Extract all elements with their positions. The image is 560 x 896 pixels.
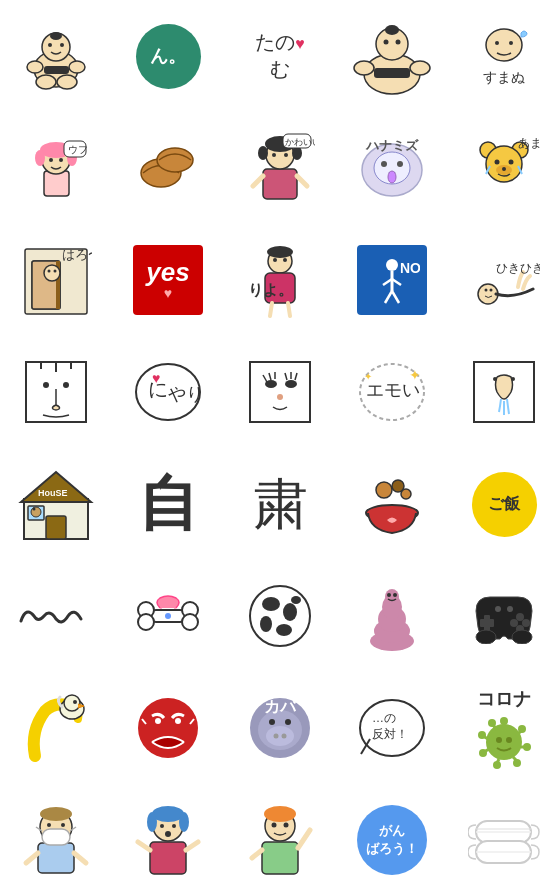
svg-point-125	[138, 614, 154, 630]
svg-point-35	[258, 146, 268, 160]
ryo-svg: りよ。	[245, 243, 315, 318]
sticker-girl-pink[interactable]: ウフフ	[0, 112, 112, 224]
sticker-cookies[interactable]	[112, 112, 224, 224]
svg-point-206	[172, 824, 176, 828]
sticker-no-box[interactable]: NO!	[336, 224, 448, 336]
svg-point-119	[376, 482, 392, 498]
sticker-pet-bowl[interactable]	[336, 448, 448, 560]
svg-text:HouSE: HouSE	[38, 488, 68, 498]
svg-point-197	[61, 823, 65, 827]
cow-circle-svg	[246, 582, 314, 650]
face3-svg	[469, 357, 539, 427]
svg-rect-95	[250, 362, 310, 422]
svg-point-128	[165, 613, 171, 619]
sticker-girl-kawaii[interactable]: かわいい	[224, 112, 336, 224]
sticker-masked-person[interactable]	[0, 784, 112, 896]
sticker-cow-circle[interactable]	[224, 560, 336, 672]
korona-text: コロナ	[477, 687, 531, 711]
sticker-face2[interactable]	[224, 336, 336, 448]
sticker-blue-hair-girl[interactable]	[112, 784, 224, 896]
sticker-yes-box[interactable]: yes ♥	[112, 224, 224, 336]
sticker-face1[interactable]	[0, 336, 112, 448]
svg-point-19	[495, 41, 499, 45]
sticker-mask-icon[interactable]	[448, 784, 560, 896]
svg-point-139	[385, 589, 399, 605]
sticker-ganbarou[interactable]: がんばろう！	[336, 784, 448, 896]
gamepad-svg	[468, 589, 540, 644]
sticker-bear-girl[interactable]: あまい	[448, 112, 560, 224]
sticker-sumo-sitting[interactable]	[0, 0, 112, 112]
svg-point-121	[401, 489, 411, 499]
sticker-niyari[interactable]: に ♥ やり	[112, 336, 224, 448]
sticker-chat-green[interactable]: ん。	[112, 0, 224, 112]
hippo-bubble-svg: カバ	[244, 692, 316, 764]
svg-point-151	[512, 630, 532, 644]
svg-point-18	[486, 29, 522, 61]
svg-point-6	[60, 43, 64, 47]
sticker-ryo[interactable]: りよ。	[224, 224, 336, 336]
svg-point-156	[155, 718, 161, 724]
svg-point-82	[485, 289, 488, 292]
sticker-gohan[interactable]: ご飯	[448, 448, 560, 560]
sticker-cursive[interactable]	[0, 560, 112, 672]
sticker-bone[interactable]	[112, 560, 224, 672]
chat-bubble-text: ん。	[150, 44, 186, 68]
sticker-large-sumo[interactable]	[336, 0, 448, 112]
svg-point-52	[495, 160, 500, 165]
svg-text:りよ。: りよ。	[248, 281, 293, 298]
svg-point-149	[507, 606, 513, 612]
svg-point-157	[175, 718, 181, 724]
sticker-emoi[interactable]: エモい ✦ ✦	[336, 336, 448, 448]
sticker-face3[interactable]	[448, 336, 560, 448]
svg-point-153	[64, 695, 80, 711]
svg-point-27	[59, 158, 63, 162]
sticker-poop[interactable]	[336, 560, 448, 672]
bone-svg	[132, 586, 204, 646]
mask-icon-svg	[468, 813, 540, 868]
svg-point-99	[265, 380, 277, 388]
svg-rect-143	[480, 619, 494, 627]
sticker-korona[interactable]: コロナ	[448, 672, 560, 784]
svg-point-162	[266, 726, 294, 746]
svg-point-196	[47, 823, 51, 827]
sticker-pointing-girl[interactable]	[224, 784, 336, 896]
ganbarou-text: がんばろう！	[366, 822, 418, 858]
no-box-inner: NO!	[357, 245, 427, 315]
svg-point-68	[283, 258, 287, 262]
sticker-hantai[interactable]: …の 反対！	[336, 672, 448, 784]
sticker-kanji-shuku[interactable]: 粛	[224, 448, 336, 560]
sticker-hippo-bubble[interactable]: カバ	[224, 672, 336, 784]
sticker-house[interactable]: HouSE	[0, 448, 112, 560]
svg-rect-32	[263, 169, 297, 199]
sticker-kanji-jibun[interactable]: 自	[112, 448, 224, 560]
svg-point-150	[476, 630, 496, 644]
ganbarou-bubble-inner: がんばろう！	[357, 805, 427, 875]
svg-point-38	[284, 153, 288, 157]
sticker-gamepad[interactable]	[448, 560, 560, 672]
svg-rect-200	[150, 842, 186, 874]
sticker-door-scene[interactable]: はろ〜	[0, 224, 112, 336]
svg-point-111	[511, 377, 515, 381]
sticker-tanomu[interactable]: たの♥む	[224, 0, 336, 112]
pointing-girl-svg	[244, 800, 316, 880]
sticker-hikuhiku[interactable]: ひきひき	[448, 224, 560, 336]
svg-point-37	[272, 153, 276, 157]
svg-point-134	[291, 596, 301, 604]
svg-point-103	[285, 380, 297, 388]
svg-text:ハナミズ: ハナミズ	[365, 138, 419, 153]
svg-point-62	[48, 270, 51, 273]
face2-svg	[245, 357, 315, 427]
sticker-sumanu[interactable]: すまぬ	[448, 0, 560, 112]
svg-text:かわいい: かわいい	[285, 137, 315, 147]
svg-line-71	[288, 303, 290, 316]
poop-svg	[360, 581, 425, 651]
sticker-hanamizu[interactable]: ハナミズ	[336, 112, 448, 224]
svg-point-133	[276, 624, 292, 636]
sticker-banana-bird[interactable]	[0, 672, 112, 784]
svg-point-144	[516, 613, 524, 621]
cookies-svg	[133, 138, 203, 198]
sticker-angry-face[interactable]	[112, 672, 224, 784]
svg-point-203	[147, 812, 157, 832]
svg-rect-13	[374, 68, 410, 78]
svg-rect-114	[46, 516, 66, 539]
